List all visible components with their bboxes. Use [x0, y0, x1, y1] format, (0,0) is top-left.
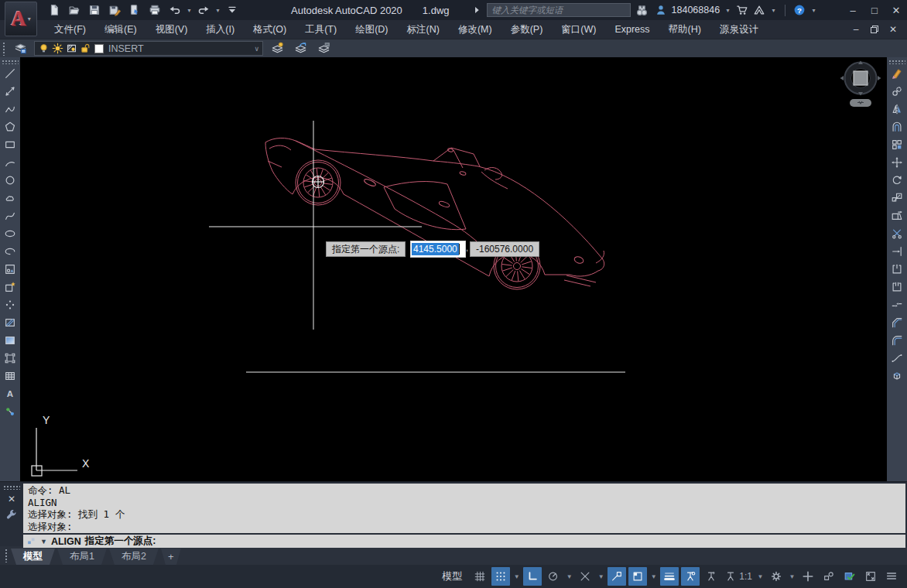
command-input[interactable]: ▼ ALIGN 指定第一个源点: [23, 535, 905, 548]
graphics-performance-toggle[interactable] [840, 567, 859, 586]
command-customize-icon[interactable] [26, 536, 36, 546]
osnap-toggle[interactable] [608, 567, 626, 586]
cart-icon[interactable] [736, 4, 748, 16]
view-navigation-wheel[interactable] [839, 60, 882, 111]
osnap-square-toggle[interactable] [628, 567, 647, 586]
combo-chevron-icon[interactable]: ∨ [254, 45, 259, 53]
table-tool[interactable] [1, 367, 19, 385]
bulb-on-icon[interactable] [38, 43, 50, 54]
doc-close-button[interactable]: ✕ [884, 22, 902, 37]
polyline-tool[interactable] [1, 100, 19, 118]
move-tool[interactable] [888, 153, 906, 171]
multiple-points-tool[interactable] [1, 296, 19, 313]
menu-item-4[interactable]: 格式(O) [244, 20, 296, 39]
construction-line-tool[interactable] [1, 82, 19, 100]
doc-restore-button[interactable] [865, 22, 884, 37]
erase-tool[interactable] [888, 64, 906, 82]
command-recent-chevron-icon[interactable]: ▼ [40, 538, 47, 545]
menu-item-6[interactable]: 绘图(D) [346, 20, 397, 39]
chevron-down-icon[interactable]: ▼ [512, 573, 521, 580]
menu-item-11[interactable]: Express [605, 20, 659, 39]
layer-settings-button[interactable] [313, 41, 334, 56]
minimize-button[interactable]: – [842, 0, 864, 20]
close-button[interactable]: ✕ [885, 0, 907, 20]
layer-combo[interactable]: INSERT ∨ [34, 41, 263, 56]
dynamic-input-y-field[interactable]: -160576.0000 [470, 241, 539, 257]
command-close-icon[interactable]: ✕ [8, 494, 15, 504]
ellipse-arc-tool[interactable] [1, 242, 19, 260]
autodesk-triangle-icon[interactable] [753, 4, 765, 16]
search-input[interactable]: 键入关键字或短语 [487, 3, 631, 17]
search-history-arrow-icon[interactable] [471, 5, 482, 15]
clean-screen-toggle[interactable] [861, 567, 880, 586]
menu-item-3[interactable]: 插入(I) [197, 20, 244, 39]
sun-icon[interactable] [52, 43, 63, 54]
break-tool[interactable] [888, 278, 906, 296]
model-space-toggle[interactable]: 模型 [442, 569, 462, 583]
menu-item-9[interactable]: 参数(P) [501, 20, 553, 39]
arc-tool[interactable] [1, 153, 19, 171]
chevron-down-icon[interactable]: ▾ [214, 7, 221, 14]
save-as-icon[interactable] [105, 2, 124, 19]
menu-item-0[interactable]: 文件(F) [45, 20, 95, 39]
app-menu-button[interactable]: A ▾ [5, 2, 37, 36]
grid-toggle[interactable] [471, 567, 489, 586]
save-icon[interactable] [85, 2, 104, 19]
menu-item-10[interactable]: 窗口(W) [552, 20, 605, 39]
person-icon[interactable] [655, 4, 667, 16]
menu-item-5[interactable]: 工具(T) [296, 20, 346, 39]
menu-item-12[interactable]: 帮助(H) [659, 20, 710, 39]
explode-tool[interactable] [888, 367, 906, 385]
command-history[interactable]: 命令: ALALIGN选择对象: 找到 1 个选择对象: [23, 484, 905, 533]
command-grip[interactable] [3, 485, 20, 490]
rectangle-tool[interactable] [1, 135, 19, 153]
multiline-text-tool[interactable]: A [1, 385, 19, 402]
layer-previous-button[interactable] [290, 41, 310, 56]
ortho-toggle[interactable] [523, 567, 542, 586]
create-block-tool[interactable] [1, 278, 19, 296]
customization-menu-toggle[interactable] [882, 567, 901, 586]
snap-toggle[interactable] [491, 567, 510, 586]
maximize-button[interactable]: □ [864, 0, 885, 20]
dynamic-input-x-field[interactable]: 4145.5000 [410, 241, 466, 258]
viewcube-top[interactable] [854, 71, 868, 85]
toolbar-grip[interactable] [2, 42, 6, 56]
new-layout-button[interactable]: + [161, 549, 181, 565]
account-id[interactable]: 184068846 [672, 5, 720, 15]
menu-item-1[interactable]: 编辑(E) [95, 20, 146, 39]
isolate-objects-toggle[interactable] [820, 567, 838, 586]
chevron-down-icon[interactable]: ▼ [565, 573, 573, 580]
break-at-point-tool[interactable] [888, 260, 906, 278]
chevron-down-icon[interactable]: ▼ [649, 573, 658, 580]
annotation-visibility-toggle[interactable] [681, 567, 700, 586]
menu-item-8[interactable]: 修改(M) [449, 20, 501, 39]
doc-minimize-button[interactable]: – [847, 22, 865, 37]
blend-tool[interactable] [888, 349, 906, 367]
tab-布局1[interactable]: 布局1 [57, 549, 107, 565]
offset-tool[interactable] [888, 118, 906, 135]
otrack-toggle[interactable] [576, 567, 594, 586]
adsk-chevron-icon[interactable]: ▾ [770, 7, 777, 14]
redo-icon[interactable] [194, 2, 213, 19]
menu-item-7[interactable]: 标注(N) [398, 20, 449, 39]
array-tool[interactable] [888, 135, 906, 153]
polar-toggle[interactable] [544, 567, 563, 586]
make-current-button[interactable] [267, 41, 287, 56]
chevron-down-icon[interactable]: ▼ [756, 573, 765, 580]
save-web-mobile-icon[interactable] [125, 2, 144, 19]
account-chevron-icon[interactable]: ▾ [724, 7, 731, 14]
insert-block-tool[interactable] [1, 260, 19, 278]
rotate-tool[interactable] [888, 171, 906, 189]
polygon-tool[interactable] [1, 118, 19, 135]
wrench-icon[interactable] [5, 508, 18, 521]
mirror-tool[interactable] [888, 100, 906, 118]
qat-customize-icon[interactable] [223, 2, 241, 19]
gradient-tool[interactable] [1, 331, 19, 349]
chamfer-tool[interactable] [888, 313, 906, 331]
tab-布局2[interactable]: 布局2 [109, 549, 159, 565]
group-tool[interactable] [1, 402, 19, 420]
plot-icon[interactable] [145, 2, 164, 19]
drawing-canvas[interactable]: Y X 指定第一个源点: 4145.5000 , -160576.0000 [20, 57, 887, 481]
crosshair-toggle[interactable] [799, 567, 817, 586]
revision-cloud-tool[interactable] [1, 189, 19, 207]
